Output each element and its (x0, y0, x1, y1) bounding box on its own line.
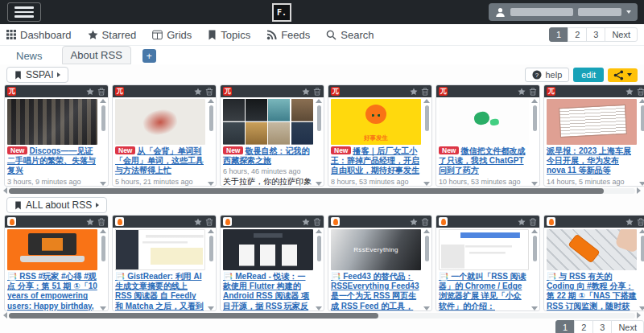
card-scrollbar[interactable] (530, 99, 539, 186)
page-1-button[interactable]: 1 (549, 27, 568, 42)
page-2-button[interactable]: 2 (574, 320, 593, 333)
nav-feeds[interactable]: Feeds (266, 29, 310, 41)
help-button[interactable]: ? help (525, 68, 569, 82)
user-account-button[interactable] (489, 3, 638, 21)
nav-topics[interactable]: Topics (208, 29, 250, 41)
trash-card-button[interactable] (529, 218, 537, 226)
nav-dashboard[interactable]: Dashboard (6, 29, 72, 41)
scroll-thumb[interactable] (101, 105, 105, 131)
star-card-button[interactable] (518, 88, 526, 96)
article-link[interactable]: 📑 MeRead - 悦读：一款使用 Flutter 构建的 Android R… (223, 272, 309, 311)
article-thumbnail[interactable] (223, 229, 313, 270)
scroll-thumb[interactable] (425, 105, 429, 131)
section-button-sspai[interactable]: SSPAI (6, 67, 68, 83)
card-scrollbar[interactable] (315, 229, 323, 310)
star-card-button[interactable] (194, 218, 202, 226)
scroll-thumb[interactable] (533, 236, 537, 261)
star-card-button[interactable] (86, 88, 94, 96)
trash-card-button[interactable] (205, 218, 213, 226)
scroll-up-icon[interactable] (208, 99, 214, 103)
card-scrollbar[interactable] (99, 99, 107, 186)
star-card-button[interactable] (410, 218, 418, 226)
trash-card-button[interactable] (97, 218, 105, 226)
trash-card-button[interactable] (529, 88, 537, 96)
scroll-thumb[interactable] (317, 236, 321, 261)
scroll-up-icon[interactable] (100, 99, 106, 103)
trash-card-button[interactable] (637, 218, 644, 226)
scroll-up-icon[interactable] (423, 99, 430, 103)
article-thumbnail[interactable] (115, 99, 205, 145)
scroll-down-icon[interactable] (531, 306, 538, 310)
edit-button[interactable]: edit (573, 68, 604, 82)
card-scrollbar[interactable] (423, 229, 431, 310)
scroll-down-icon[interactable] (531, 182, 538, 186)
scroll-thumb[interactable] (209, 236, 213, 261)
star-card-button[interactable] (302, 88, 310, 96)
card-scrollbar[interactable] (207, 229, 215, 310)
card-scrollbar[interactable] (207, 99, 215, 186)
trash-card-button[interactable] (313, 218, 321, 226)
article-link[interactable]: 📑 一个就叫「RSS 阅读器」的 Chrome / Edge 浏览器扩展 详见「… (439, 272, 539, 311)
scroll-down-icon[interactable] (316, 306, 322, 310)
tab-about-rss[interactable]: About RSS (62, 46, 131, 64)
scrollbar-thumb[interactable] (9, 313, 378, 319)
scroll-up-icon[interactable] (316, 99, 322, 103)
scroll-down-icon[interactable] (208, 182, 214, 186)
card-scrollbar[interactable] (423, 99, 431, 186)
page-1-button[interactable]: 1 (555, 320, 575, 333)
article-link[interactable]: 📑 RSS #玩家 #心得 #观点 分享：第 51 期 ①「10 years o… (7, 272, 97, 311)
scroll-right-icon[interactable] (637, 312, 641, 319)
page-3-button[interactable]: 3 (586, 27, 605, 42)
trash-card-button[interactable] (205, 88, 213, 96)
article-thumbnail[interactable] (7, 99, 97, 145)
scroll-up-icon[interactable] (639, 229, 644, 233)
trash-card-button[interactable] (637, 88, 644, 96)
star-card-button[interactable] (518, 218, 526, 226)
scroll-up-icon[interactable] (531, 229, 538, 233)
page-2-button[interactable]: 2 (568, 27, 587, 42)
menu-icon[interactable] (7, 2, 41, 22)
star-card-button[interactable] (194, 88, 202, 96)
card-scrollbar[interactable] (530, 229, 539, 310)
page-3-button[interactable]: 3 (592, 320, 612, 333)
share-button[interactable] (608, 68, 638, 82)
horizontal-scrollbar[interactable] (3, 311, 641, 319)
article-link[interactable]: 派早报：2023 上海车展今日开展，华为发布 nova 11 等新品等 (547, 146, 631, 175)
trash-card-button[interactable] (421, 218, 429, 226)
tab-news[interactable]: News (8, 47, 51, 64)
card-scrollbar[interactable] (638, 229, 644, 310)
article-link[interactable]: 📑 Feed43 的替代品：RSSEverything Feed43 是一个为无… (331, 272, 419, 311)
trash-card-button[interactable] (421, 88, 429, 96)
article-thumbnail[interactable]: RssEverything (331, 229, 421, 270)
article-thumbnail[interactable] (115, 229, 205, 270)
star-card-button[interactable] (86, 218, 94, 226)
scroll-thumb[interactable] (533, 105, 537, 131)
scroll-down-icon[interactable] (100, 182, 106, 186)
app-logo[interactable]: F. (272, 3, 291, 22)
section-button-all-about-rss[interactable]: ALL about RSS (6, 197, 107, 213)
scroll-right-icon[interactable] (637, 187, 641, 194)
scroll-down-icon[interactable] (423, 306, 430, 310)
nav-starred[interactable]: Starred (88, 29, 137, 41)
scroll-left-icon[interactable] (3, 187, 7, 194)
star-card-button[interactable] (410, 88, 418, 96)
scroll-down-icon[interactable] (316, 182, 322, 186)
star-card-button[interactable] (625, 218, 634, 226)
page-next-button[interactable]: Next (611, 320, 644, 333)
page-next-button[interactable]: Next (605, 27, 638, 42)
scroll-up-icon[interactable] (316, 229, 322, 233)
article-link[interactable]: 📑 与 RSS 有关的 Coding 向 #教程 分享：第 22 期 ①「NAS… (547, 272, 637, 311)
scroll-down-icon[interactable] (639, 306, 644, 310)
article-link[interactable]: 📑 GistReader: 利用 AI 生成文章摘要的线上 RSS 阅读器 自 … (115, 272, 204, 311)
scroll-up-icon[interactable] (423, 229, 430, 233)
article-thumbnail[interactable] (7, 229, 97, 270)
article-thumbnail[interactable] (439, 229, 529, 270)
scroll-left-icon[interactable] (3, 312, 7, 319)
star-card-button[interactable] (302, 218, 310, 226)
add-tab-button[interactable]: + (142, 49, 156, 63)
trash-card-button[interactable] (313, 88, 321, 96)
nav-search[interactable]: Search (326, 29, 374, 41)
star-card-button[interactable] (625, 88, 634, 96)
card-scrollbar[interactable] (315, 99, 323, 186)
scrollbar-thumb[interactable] (9, 188, 604, 194)
